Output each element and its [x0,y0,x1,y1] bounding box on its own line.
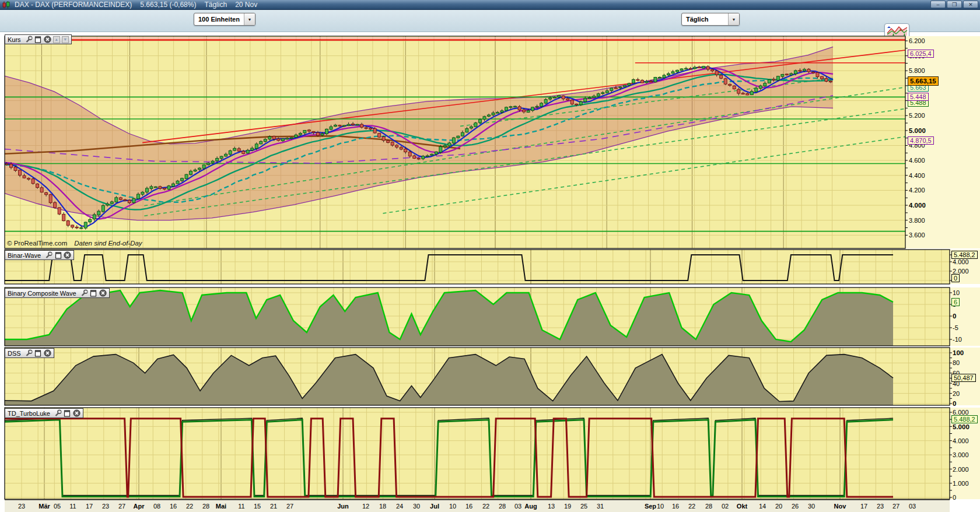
close-icon[interactable] [73,409,80,417]
wrench-icon[interactable] [45,251,52,259]
close-icon[interactable] [44,349,51,357]
chart-canvas[interactable] [0,0,980,512]
panel-title-bcw: Binary Composite Wave [8,290,76,297]
panel-header-kurs: Kurs▲▼ [5,34,72,44]
window-icon[interactable] [34,349,42,357]
panel-header-td: TD_TurboLuke [5,408,83,418]
window-icon[interactable] [90,289,97,297]
close-icon[interactable] [99,289,107,297]
panel-title-td: TD_TurboLuke [8,410,50,417]
window-icon[interactable] [54,251,62,259]
panel-title-dss: DSS [8,350,21,357]
wrench-icon[interactable] [25,36,33,43]
arrow-up-icon[interactable]: ▲ [53,36,60,43]
wrench-icon[interactable] [25,349,33,357]
wrench-icon[interactable] [54,409,62,417]
wrench-icon[interactable] [80,289,88,297]
panel-title-kurs: Kurs [8,36,21,43]
window-icon[interactable] [64,409,71,417]
arrow-down-icon[interactable]: ▼ [62,36,69,43]
window-icon[interactable] [34,36,42,43]
close-icon[interactable] [44,36,51,43]
panel-header-bcw: Binary Composite Wave [5,288,110,298]
panel-header-dss: DSS [5,348,54,358]
close-icon[interactable] [64,251,71,259]
prorealtime-window: { "window": { "title": "DAX - DAX (PERFO… [0,0,980,512]
panel-header-binar: Binar-Wave [5,250,74,260]
panel-title-binar: Binar-Wave [8,252,41,259]
